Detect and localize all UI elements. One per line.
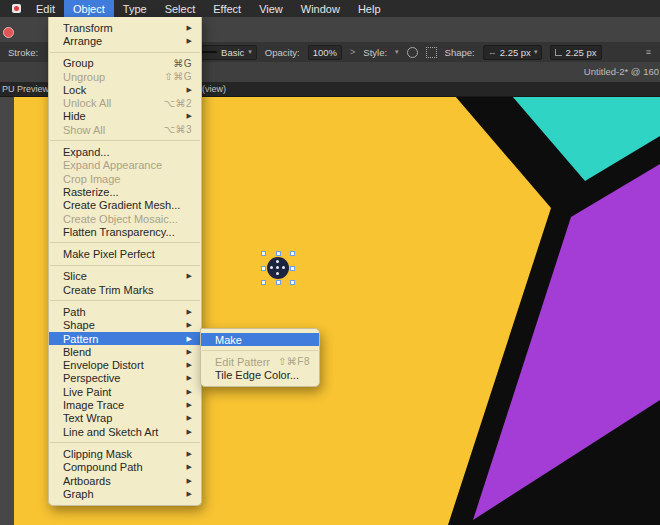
menubar-item-view[interactable]: View: [250, 0, 292, 17]
selection-handle-ne[interactable]: [290, 251, 295, 256]
brush-definition-value: Basic: [221, 47, 244, 58]
menu-item-compound-path[interactable]: Compound Path▶: [49, 461, 201, 474]
menubar-item-select[interactable]: Select: [156, 0, 205, 17]
menu-separator: [202, 350, 318, 351]
menu-item-label: Create Trim Marks: [63, 284, 192, 296]
menubar-item-edit[interactable]: Edit: [27, 0, 64, 17]
menu-item-slice[interactable]: Slice▶: [49, 270, 201, 283]
menu-item-make[interactable]: Make: [201, 333, 319, 346]
brush-definition-dropdown[interactable]: Basic ▾: [196, 45, 257, 60]
menu-item-label: Make: [215, 334, 310, 346]
opacity-dropdown[interactable]: 100%: [308, 45, 342, 60]
menu-item-graph[interactable]: Graph▶: [49, 487, 201, 500]
menu-item-arrange[interactable]: Arrange▶: [49, 34, 201, 47]
menu-separator: [50, 442, 200, 443]
menubar-item-effect[interactable]: Effect: [204, 0, 250, 17]
menu-item-path[interactable]: Path▶: [49, 305, 201, 318]
menu-item-hide[interactable]: Hide▶: [49, 110, 201, 123]
menu-item-label: Slice: [63, 270, 179, 282]
menu-item-create-gradient-mesh[interactable]: Create Gradient Mesh...: [49, 199, 201, 212]
menu-item-expand[interactable]: Expand...: [49, 145, 201, 158]
pattern-speck: [276, 266, 279, 269]
shape-height-field[interactable]: 2.25 px: [550, 45, 601, 60]
menu-item-clipping-mask[interactable]: Clipping Mask▶: [49, 447, 201, 460]
menu-item-label: Path: [63, 306, 179, 318]
menu-item-create-trim-marks[interactable]: Create Trim Marks: [49, 283, 201, 296]
pattern-dot[interactable]: [267, 257, 289, 279]
object-menu: Transform▶Arrange▶Group⌘GUngroup⇧⌘GLock▶…: [48, 17, 202, 506]
corner-radius-icon: [555, 49, 562, 56]
menu-item-perspective[interactable]: Perspective▶: [49, 372, 201, 385]
chevron-down-icon: ▾: [248, 48, 252, 56]
menu-item-pattern[interactable]: Pattern▶: [49, 332, 201, 345]
panel-options-icon[interactable]: ≡: [646, 47, 652, 57]
recolor-artwork-icon[interactable]: [407, 47, 418, 58]
menu-item-envelope-distort[interactable]: Envelope Distort▶: [49, 359, 201, 372]
menu-item-artboards[interactable]: Artboards▶: [49, 474, 201, 487]
style-label: Style:: [363, 47, 387, 58]
menu-item-label: Make Pixel Perfect: [63, 248, 192, 260]
selection-handle-e[interactable]: [290, 266, 295, 271]
menu-separator: [50, 300, 200, 301]
menu-separator: [50, 140, 200, 141]
menu-item-image-trace[interactable]: Image Trace▶: [49, 398, 201, 411]
menu-item-blend[interactable]: Blend▶: [49, 345, 201, 358]
menu-item-label: Lock: [63, 84, 179, 96]
menu-item-make-pixel-perfect[interactable]: Make Pixel Perfect: [49, 247, 201, 260]
submenu-arrow-icon: ▶: [187, 321, 192, 329]
submenu-arrow-icon: ▶: [187, 388, 192, 396]
submenu-arrow-icon: ▶: [187, 463, 192, 471]
pattern-speck: [276, 272, 279, 275]
submenu-arrow-icon: ▶: [187, 450, 192, 458]
menu-separator: [50, 242, 200, 243]
selection-handle-nw[interactable]: [261, 251, 266, 256]
menu-item-label: Show All: [63, 124, 155, 136]
align-grid-icon[interactable]: [426, 47, 437, 58]
submenu-arrow-icon: ▶: [187, 308, 192, 316]
menubar-item-help[interactable]: Help: [349, 0, 390, 17]
style-chevron-down-icon[interactable]: ▾: [395, 48, 399, 56]
menu-item-expand-appearance: Expand Appearance: [49, 159, 201, 172]
menu-item-crop-image: Crop Image: [49, 172, 201, 185]
menu-item-shape[interactable]: Shape▶: [49, 319, 201, 332]
menu-item-label: Text Wrap: [63, 412, 179, 424]
menu-bar: EditObjectTypeSelectEffectViewWindowHelp: [0, 0, 660, 17]
submenu-arrow-icon: ▶: [187, 401, 192, 409]
submenu-arrow-icon: ▶: [187, 86, 192, 94]
pattern-submenu: MakeEdit Pattern⇧⌘F8Tile Edge Color...: [200, 328, 320, 387]
menu-item-lock[interactable]: Lock▶: [49, 83, 201, 96]
menu-item-flatten-transparency[interactable]: Flatten Transparency...: [49, 225, 201, 238]
menu-item-label: Envelope Distort: [63, 359, 179, 371]
menu-item-tile-edge-color[interactable]: Tile Edge Color...: [201, 369, 319, 382]
selection-handle-s[interactable]: [276, 280, 281, 285]
menu-item-label: Expand Appearance: [63, 159, 192, 171]
submenu-arrow-icon: ▶: [187, 428, 192, 436]
menu-item-group[interactable]: Group⌘G: [49, 57, 201, 70]
width-icon: ↔: [488, 47, 497, 57]
menubar-item-window[interactable]: Window: [292, 0, 349, 17]
menubar-item-type[interactable]: Type: [114, 0, 156, 17]
menu-item-label: Blend: [63, 346, 179, 358]
menu-item-live-paint[interactable]: Live Paint▶: [49, 385, 201, 398]
menu-item-text-wrap[interactable]: Text Wrap▶: [49, 412, 201, 425]
menubar-item-object[interactable]: Object: [64, 0, 114, 17]
shape-width-field[interactable]: ↔ 2.25 px ▾: [483, 45, 543, 60]
menu-item-transform[interactable]: Transform▶: [49, 21, 201, 34]
selection-handle-n[interactable]: [276, 251, 281, 256]
menu-item-rasterize[interactable]: Rasterize...: [49, 185, 201, 198]
shape-height-value: 2.25 px: [565, 47, 596, 58]
menu-item-label: Artboards: [63, 475, 179, 487]
selection-handle-se[interactable]: [290, 280, 295, 285]
menu-item-line-and-sketch-art[interactable]: Line and Sketch Art▶: [49, 425, 201, 438]
menu-item-label: Perspective: [63, 372, 179, 384]
submenu-arrow-icon: ▶: [187, 24, 192, 32]
menu-item-edit-pattern: Edit Pattern⇧⌘F8: [201, 355, 319, 368]
opacity-disclosure-icon[interactable]: >: [350, 47, 355, 57]
selected-object[interactable]: [261, 251, 295, 285]
document-tab-fragment[interactable]: (view): [202, 84, 226, 94]
document-tab[interactable]: PU Preview): [2, 84, 52, 94]
menu-item-shortcut: ⌥⌘2: [163, 98, 192, 109]
selection-handle-sw[interactable]: [261, 280, 266, 285]
selection-handle-w[interactable]: [261, 266, 266, 271]
menubar-pad: [0, 0, 6, 17]
